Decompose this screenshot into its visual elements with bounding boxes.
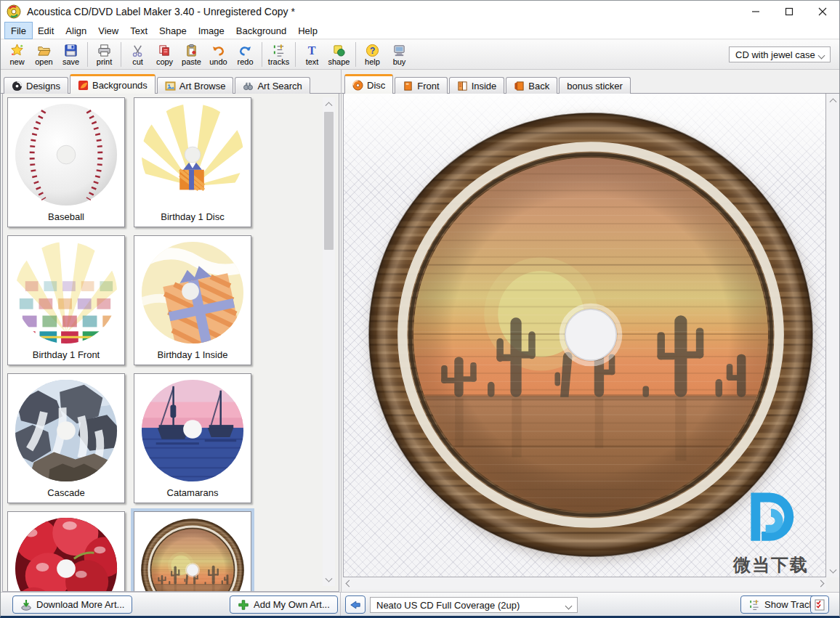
thumbnail-birthday-1-inside[interactable]: Birthday 1 Inside [134,235,251,365]
tab-label: Inside [472,81,497,92]
tool-label: text [306,58,319,66]
menu-background[interactable]: Background [230,23,292,38]
thumbnail-birthday-1-front[interactable]: Birthday 1 Front [7,235,125,365]
left-tab-bar: Designs Backgrounds Art Browse Art Searc… [4,70,312,94]
text-icon: T [305,44,319,57]
track-list-button[interactable] [810,595,829,614]
text-button[interactable]: T text [299,41,326,68]
tool-label: save [62,58,79,66]
scrollbar-thumb[interactable] [324,112,334,250]
menu-image[interactable]: Image [193,23,230,38]
back-arrow-icon [350,599,361,611]
menu-edit[interactable]: Edit [32,23,60,38]
thumbnail-caption: Baseball [12,209,121,225]
toolbar-separator [295,42,296,67]
chevron-down-icon [830,566,837,573]
close-button[interactable] [806,1,839,23]
menu-text[interactable]: Text [124,23,153,38]
thumbnail-cascade[interactable]: Cascade [7,373,125,503]
tool-label: print [97,58,112,66]
tab-bonus-sticker[interactable]: bonus sticker [559,77,631,94]
tab-label: bonus sticker [567,81,623,92]
thumbnail-cherries[interactable] [7,511,125,592]
left-panel: Designs Backgrounds Art Browse Art Searc… [1,70,341,592]
bottom-bar: Download More Art... Add My Own Art... N… [1,592,839,616]
tab-inside[interactable]: Inside [449,77,505,94]
menu-file[interactable]: File [5,23,32,38]
art-browse-icon [165,81,176,92]
shape-button[interactable]: shape [326,41,352,68]
paste-button[interactable]: paste [178,41,205,68]
open-icon [37,44,51,57]
backgrounds-icon [78,80,89,91]
scroll-up-button[interactable] [323,97,335,109]
scroll-right-button[interactable] [815,577,826,590]
paper-stock-select[interactable]: Neato US CD Full Coverage (2up) [370,597,578,613]
tab-front[interactable]: Front [395,77,447,94]
open-button[interactable]: open [31,41,57,68]
menu-align[interactable]: Align [60,23,92,38]
thumbnail-birthday-1-disc[interactable]: Birthday 1 Disc [134,97,251,227]
scroll-up-button[interactable] [827,94,839,105]
scroll-down-button[interactable] [827,566,839,577]
title-bar: Acoustica CD/DVD Label Maker 3.40 - Unre… [1,1,839,23]
thumbnail-image [12,240,121,347]
redo-button[interactable]: redo [232,41,259,68]
art-search-icon [243,81,254,92]
copy-button[interactable]: copy [151,41,178,68]
minimize-icon [751,7,760,16]
thumbnail-caption: Cascade [12,485,121,501]
thumbnail-image [138,102,247,209]
button-label: Add My Own Art... [254,599,330,610]
thumbnail-caption: Birthday 1 Front [12,347,121,363]
save-icon [64,44,78,57]
tool-label: cut [132,58,143,66]
thumbnail-image [138,516,247,592]
buy-button[interactable]: buy [386,41,413,68]
gallery-scrollbar[interactable] [323,97,335,586]
plus-icon [238,599,249,611]
add-my-own-art-button[interactable]: Add My Own Art... [230,595,338,614]
tracks-icon [748,599,760,611]
minimize-button[interactable] [739,1,772,23]
scroll-left-button[interactable] [343,577,355,590]
thumbnail-baseball[interactable]: Baseball [7,97,125,227]
checklist-icon [814,599,825,611]
print-button[interactable]: print [91,41,118,68]
tab-label: Disc [367,80,385,91]
menu-help[interactable]: Help [292,23,323,38]
window-title: Acoustica CD/DVD Label Maker 3.40 - Unre… [27,6,295,17]
thumbnail-image [138,240,247,347]
buy-icon [392,44,406,57]
chevron-right-icon [817,580,824,587]
canvas-vertical-scrollbar[interactable] [827,94,839,577]
case-type-select[interactable]: CD with jewel case [729,46,831,62]
redo-icon [238,44,252,57]
tab-back[interactable]: Back [506,77,557,94]
label-canvas[interactable]: 微当下载 WWW.WEIDOWN.COM [343,94,826,577]
tab-art-search[interactable]: Art Search [235,77,310,94]
cut-button[interactable]: cut [124,41,151,68]
thumbnail-desert-barrel-selected[interactable] [134,511,251,592]
tab-designs[interactable]: Designs [4,77,68,94]
help-button[interactable]: ? help [359,41,386,68]
tab-art-browse[interactable]: Art Browse [157,77,234,94]
maximize-button[interactable] [772,1,806,23]
previous-panel-button[interactable] [345,595,366,614]
menu-view[interactable]: View [92,23,124,38]
canvas-horizontal-scrollbar[interactable] [343,577,826,590]
thumbnail-catamarans[interactable]: Catamarans [134,373,251,503]
scroll-down-button[interactable] [323,574,335,586]
tool-label: new [9,58,24,66]
download-more-art-button[interactable]: Download More Art... [12,595,132,614]
undo-button[interactable]: undo [205,41,232,68]
tracks-button[interactable]: tracks [265,41,292,68]
chevron-down-icon [565,603,573,610]
tab-disc[interactable]: Disc [344,74,393,94]
save-button[interactable]: save [57,41,84,68]
tab-backgrounds[interactable]: Backgrounds [70,74,156,94]
new-button[interactable]: new [4,41,31,68]
menu-shape[interactable]: Shape [153,23,193,38]
thumbnail-image [12,378,121,485]
tab-label: Front [417,81,439,92]
